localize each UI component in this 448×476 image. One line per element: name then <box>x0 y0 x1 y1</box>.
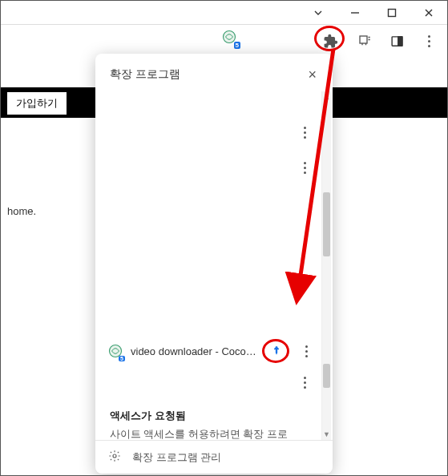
svg-rect-1 <box>389 9 396 16</box>
svg-point-4 <box>224 31 236 43</box>
browser-menu-button[interactable] <box>418 30 439 51</box>
minimize-button[interactable] <box>337 1 373 25</box>
dropdown-v-icon[interactable] <box>300 1 337 25</box>
sidepanel-icon[interactable] <box>386 30 407 51</box>
scroll-down-icon[interactable]: ▼ <box>322 429 331 440</box>
extensions-button[interactable] <box>317 28 343 54</box>
annotation-circle-pin <box>262 339 289 363</box>
extension-row[interactable]: 5 video downloader - CocoCut <box>95 332 321 370</box>
scroll-thumb[interactable] <box>323 192 330 256</box>
popup-title: 확장 프로그램 <box>110 67 180 82</box>
close-button[interactable] <box>410 1 447 25</box>
extension-item-badge: 5 <box>119 356 125 361</box>
popup-footer[interactable]: 확장 프로그램 관리 <box>95 440 333 474</box>
manage-extensions-label: 확장 프로그램 관리 <box>132 450 221 465</box>
extension-row-menu[interactable] <box>294 372 315 393</box>
scroll-thumb[interactable] <box>323 364 330 388</box>
pin-button[interactable] <box>265 340 288 362</box>
signup-button[interactable]: 가입하기 <box>7 92 67 115</box>
svg-rect-8 <box>398 36 402 45</box>
annotation-circle-extensions <box>314 26 345 51</box>
pinned-extension-icon[interactable]: 5 <box>220 28 238 46</box>
svg-rect-5 <box>360 36 367 43</box>
extension-row-menu[interactable] <box>296 341 317 361</box>
popup-scrollbar[interactable]: ▲ ▼ <box>321 91 331 440</box>
maximize-button[interactable] <box>373 1 410 25</box>
extensions-popup: 확장 프로그램 × 5 video downloader - CocoCut 액… <box>95 54 333 474</box>
svg-point-10 <box>113 454 116 458</box>
extension-row-menu[interactable] <box>294 157 315 178</box>
scroll-up-icon[interactable]: ▲ <box>322 91 331 103</box>
extension-item-icon: 5 <box>108 344 123 358</box>
extension-row-menu[interactable] <box>294 122 315 143</box>
gear-icon <box>108 450 121 465</box>
extension-badge: 5 <box>234 42 240 49</box>
window-titlebar <box>1 1 447 25</box>
extension-item-name: video downloader - CocoCut <box>131 345 257 357</box>
popup-close-icon[interactable]: × <box>308 65 320 83</box>
music-icon[interactable] <box>354 30 375 51</box>
access-requested-heading: 액세스가 요청됨 <box>95 402 320 425</box>
access-requested-desc: 사이트 액세스를 허용하려면 확장 프로그램을 클릭하세요. <box>95 425 320 440</box>
home-text: home. <box>7 205 36 217</box>
browser-toolbar: 5 <box>1 25 447 54</box>
